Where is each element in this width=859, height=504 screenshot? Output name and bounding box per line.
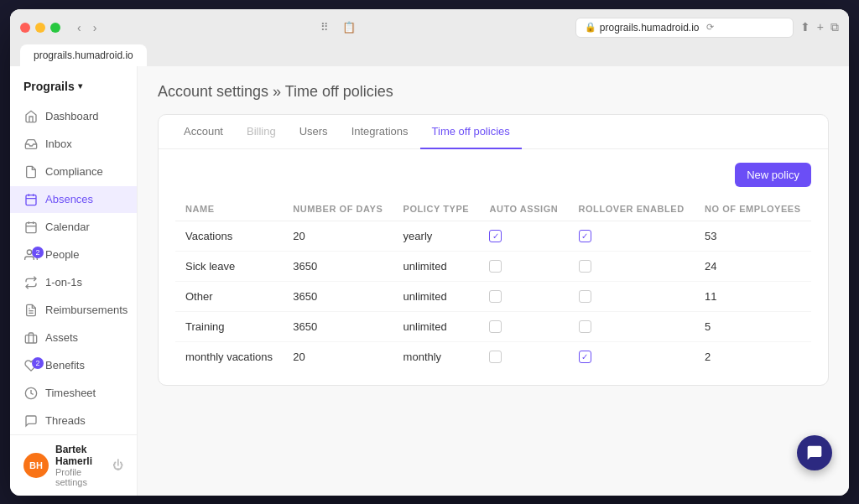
add-tab-icon[interactable]: +: [817, 20, 824, 34]
sidebar-item-absences[interactable]: Absences: [10, 186, 137, 213]
card-body: New policy NAME NUMBER OF DAYS POLICY TY…: [159, 149, 828, 385]
table-cell: 53: [695, 221, 811, 251]
sidebar-item-timesheet[interactable]: Timesheet: [10, 380, 137, 407]
sidebar-item-label: Timesheet: [45, 387, 96, 399]
tab-billing: Billing: [235, 115, 288, 149]
traffic-light-red[interactable]: [20, 23, 30, 33]
table-cell: monthly: [393, 341, 480, 372]
windows-icon[interactable]: ⧉: [830, 20, 839, 34]
svg-rect-0: [26, 195, 36, 205]
table-row[interactable]: Training3650unlimited5: [175, 311, 811, 341]
sidebar-nav: Dashboard Inbox Compliance: [10, 103, 137, 434]
checkbox[interactable]: [489, 260, 502, 273]
sidebar-item-label: People: [45, 248, 79, 261]
user-name: Bartek Hamerli: [55, 444, 106, 467]
svg-rect-4: [26, 222, 36, 232]
table-cell: ✓: [569, 221, 695, 251]
checkbox[interactable]: ✓: [579, 351, 591, 363]
table-row[interactable]: monthly vacations20monthly✓2: [175, 341, 811, 372]
sidebar-item-assets[interactable]: Assets: [10, 325, 137, 351]
sidebar-item-label: 1-on-1s: [45, 276, 82, 288]
table-cell: [479, 311, 568, 341]
benefits-badge: 2: [32, 357, 44, 369]
main-content: Account settings » Time off policies Acc…: [138, 66, 849, 496]
checkbox[interactable]: ✓: [579, 230, 591, 242]
table-cell: Sick leave: [175, 251, 283, 281]
table-row[interactable]: Sick leave3650unlimited24: [175, 251, 811, 281]
sidebar-item-inbox[interactable]: Inbox: [10, 131, 137, 158]
tab-users[interactable]: Users: [288, 115, 340, 149]
browser-tab[interactable]: prograils.humadroid.io: [20, 44, 147, 66]
chat-bubble-button[interactable]: [797, 435, 832, 470]
table-cell: [569, 281, 695, 311]
table-cell: monthly vacations: [175, 341, 283, 372]
table-cell: 5: [695, 311, 811, 341]
sidebar-item-compliance[interactable]: Compliance: [10, 158, 137, 185]
main-wrapper: Account settings » Time off policies Acc…: [138, 66, 849, 496]
breadcrumb-separator: »: [273, 83, 285, 100]
checkbox[interactable]: [579, 320, 591, 333]
back-button[interactable]: ‹: [74, 19, 85, 36]
tab-integrations[interactable]: Integrations: [340, 115, 420, 149]
checkbox[interactable]: [489, 320, 502, 333]
table-cell: [479, 251, 568, 281]
col-policy-type: POLICY TYPE: [393, 197, 480, 221]
checkbox[interactable]: [579, 260, 591, 273]
sidebar-item-reimbursements[interactable]: Reimbursements: [10, 297, 137, 324]
table-cell: Other: [175, 281, 283, 311]
table-cell: 3650: [283, 281, 393, 311]
sidebar-item-label: Threads: [45, 414, 86, 427]
table-header-row: NAME NUMBER OF DAYS POLICY TYPE AUTO ASS…: [175, 197, 811, 221]
reimbursements-icon: [23, 303, 39, 318]
sidebar-item-label: Calendar: [45, 221, 90, 233]
tab-time-off-policies[interactable]: Time off policies: [420, 115, 522, 149]
col-rollover-enabled: ROLLOVER ENABLED: [569, 197, 695, 221]
checkbox[interactable]: [489, 351, 502, 363]
table-row[interactable]: Other3650unlimited11: [175, 281, 811, 311]
table-cell: unlimited: [393, 311, 480, 341]
compliance-icon: [23, 164, 39, 179]
sidebar-item-benefits[interactable]: Benefits 2: [10, 352, 137, 379]
share-icon[interactable]: ⬆: [800, 20, 810, 34]
table-cell: unlimited: [393, 281, 480, 311]
sidebar-item-label: Assets: [45, 331, 78, 344]
inbox-icon: [23, 137, 39, 152]
table-cell: 20: [283, 341, 393, 372]
calendar-icon: [23, 220, 39, 235]
table-cell: 2: [695, 341, 811, 372]
1on1s-icon: [23, 275, 39, 290]
sidebar-item-label: Absences: [45, 193, 93, 205]
table-cell: Vacations: [175, 221, 283, 251]
sidebar-item-1on1s[interactable]: 1-on-1s: [10, 269, 137, 296]
sidebar-item-label: Compliance: [45, 165, 103, 178]
sidebar-item-dashboard[interactable]: Dashboard: [10, 103, 137, 130]
card-tabs: Account Billing Users Integrations Time …: [159, 115, 828, 149]
sidebar-item-calendar[interactable]: Calendar: [10, 214, 137, 241]
tab-account[interactable]: Account: [172, 115, 235, 149]
home-icon: [23, 109, 39, 124]
checkbox[interactable]: ✓: [489, 230, 502, 242]
table-cell: 20: [283, 221, 393, 251]
assets-icon: [23, 330, 39, 346]
sidebar-item-people[interactable]: People 2: [10, 242, 137, 268]
timesheet-icon: [23, 386, 39, 401]
table-cell: unlimited: [393, 251, 480, 281]
power-icon[interactable]: ⏻: [112, 459, 123, 471]
col-number-of-days: NUMBER OF DAYS: [283, 197, 393, 221]
traffic-light-green[interactable]: [50, 23, 60, 33]
new-policy-button[interactable]: New policy: [735, 163, 811, 187]
user-avatar: BH: [23, 453, 49, 478]
sidebar-item-threads[interactable]: Threads: [10, 408, 137, 434]
table-row[interactable]: Vacations20yearly✓✓53: [175, 221, 811, 251]
page-title: Account settings » Time off policies: [158, 83, 829, 101]
sidebar-brand[interactable]: Prograils ▾: [10, 76, 137, 103]
forward-button[interactable]: ›: [90, 19, 101, 36]
profile-settings-link[interactable]: Profile settings: [55, 467, 106, 487]
sidebar-footer: BH Bartek Hamerli Profile settings ⏻: [10, 434, 137, 496]
checkbox[interactable]: [579, 290, 591, 303]
table-cell: 11: [695, 281, 811, 311]
checkbox[interactable]: [489, 290, 502, 303]
table-cell: [569, 311, 695, 341]
traffic-light-yellow[interactable]: [35, 23, 45, 33]
table-cell: ✓: [569, 341, 695, 372]
